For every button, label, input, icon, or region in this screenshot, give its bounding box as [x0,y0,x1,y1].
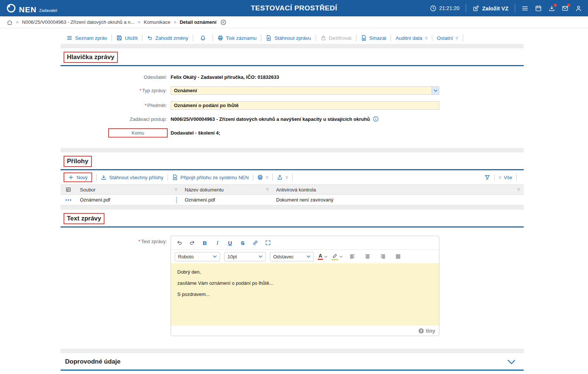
odesilatel-label: Odesílatel: [144,74,171,80]
stahnout-prilohy-button[interactable]: Stáhnout všechny přílohy [101,174,164,180]
fullscreen-button[interactable] [262,238,274,248]
highlighter-icon [332,253,338,260]
text-color-button[interactable]: A [318,253,327,260]
filter-chevron-icon[interactable]: ▽ [266,188,269,191]
table-header-row: Soubor▽ Název dokumentu▽ Antivirová kont… [61,185,524,195]
clock-icon [430,5,437,12]
chevron-down-icon: ▽ [456,36,458,40]
brand-subtitle: Zadavatel [39,8,57,13]
pripojit-prilohu-button[interactable]: Připojit přílohu ze systému NEN [172,174,249,180]
save-icon [116,35,122,41]
undo-button[interactable] [174,238,185,248]
section-doprovodne-udaje: Doprovodné údaje [61,353,524,371]
column-antivirova-kontrola[interactable]: Antivirová kontrola▽ [272,185,524,195]
typ-zpravy-select[interactable]: Oznámení [171,86,439,95]
komu-value: Dodavatel - školení 4; [171,130,524,136]
breadcrumb-separator: > [16,20,19,25]
toolbar-desifrovat-button: Dešifrovat [316,35,356,41]
filter-button[interactable] [484,174,490,180]
create-vz-button[interactable]: Založit VZ [472,5,508,12]
downloads-badge [554,4,557,7]
attachment-row[interactable]: Oznámení.pdf Oznámení.pdf Dokument není … [61,195,524,205]
underline-button[interactable]: U [224,238,236,248]
strikethrough-button[interactable]: S [237,238,248,248]
plus-icon [68,174,74,180]
komu-button[interactable]: Komu [108,128,168,138]
three-dots-icon [64,199,72,201]
toolbar-auditni-data-button[interactable]: Auditní data▽ [391,35,432,41]
print-attachments-button[interactable]: ▽ [257,174,268,180]
breadcrumb-item-vz[interactable]: N006/25/V00004963 - Zřízení datových okr… [22,19,135,25]
chevron-down-icon: ▽ [285,176,288,180]
close-circle-icon [220,19,226,25]
breadcrumb-item-komunikace[interactable]: Komunikace [144,19,171,25]
filter-chevron-icon[interactable]: ▽ [175,188,177,191]
editor-toolbar-row1: B I U S [171,236,439,250]
paragraph-select[interactable]: Odstavec [270,252,314,261]
align-right-button[interactable] [377,251,388,262]
toolbar-ulozit-button[interactable]: Uložit [112,35,142,41]
breadcrumb-separator: > [174,20,176,25]
font-family-select[interactable]: Roboto [175,252,220,261]
text-zpravy-label: *Text zprávy: [139,236,171,336]
align-center-button[interactable] [362,251,373,262]
message-line: Dobrý den, [177,269,433,275]
toolbar-stahnout-zpravu-button[interactable]: Stáhnout zprávu [261,35,315,41]
bold-button[interactable]: B [199,238,210,248]
downloads-button[interactable] [548,5,555,12]
drag-handle-icon[interactable] [176,197,177,203]
messages-button[interactable] [562,5,569,12]
vse-filter-button[interactable]: ▽Vše [499,175,512,180]
link-button[interactable] [250,238,261,248]
home-button[interactable] [7,19,13,25]
message-text-area[interactable]: Dobrý den, zasíláme Vám oznámení o podán… [171,263,439,326]
section-title-hlavicka: Hlavička zprávy [64,52,117,62]
column-settings-button[interactable] [61,185,76,195]
column-nazev-dokumentu[interactable]: Název dokumentu▽ [181,185,272,195]
profile-button[interactable] [575,5,582,12]
row-menu-button[interactable] [61,195,76,205]
zadavaci-postup-value: N006/25/V00004963 - Zřízení datových okr… [171,116,524,122]
align-justify-button[interactable] [392,251,404,262]
annotation-box-hlavicka: Hlavička zprávy [64,52,118,63]
predmet-input[interactable]: Oznámení o podání po lhůtě [171,101,439,110]
toolbar-zahodit-zmeny-button[interactable]: Zahodit změny [142,35,193,41]
action-buttons: Odeslat Podepsat a odeslat [61,371,524,374]
toolbar-notifications-button[interactable] [193,35,213,41]
toolbar-seznam-zprav-button[interactable]: Seznam zpráv [62,35,112,41]
section-title-text-zpravy: Text zprávy [64,214,104,223]
section-text-zpravy: Text zprávy *Text zprávy: B I U S Roboto [61,210,524,349]
padlock-icon [320,35,326,41]
required-mark: * [145,103,146,108]
italic-button[interactable]: I [212,238,223,248]
nen-logo-icon [6,3,16,13]
top-bar: NEN Zadavatel TESTOVACÍ PROSTŘEDÍ 21:21:… [0,0,588,16]
close-tab-button[interactable] [220,19,226,25]
toolbar-smazat-button[interactable]: Smazat [356,35,391,41]
editor-toolbar-row2: Roboto 10pt Odstavec A [171,250,439,263]
align-left-button[interactable] [347,251,358,262]
printer-icon [257,174,263,180]
select-chevron-icon[interactable] [432,87,439,94]
message-line: S pozdravem... [177,291,433,297]
document-attach-icon [172,174,178,180]
novy-button[interactable]: Nový [64,173,92,182]
tiny-logo-icon [418,328,424,334]
antivirus-status: Dokument není zavirovaný [272,195,524,205]
menu-button[interactable] [521,5,529,12]
list-icon [67,35,72,41]
column-soubor[interactable]: Soubor▽ [76,185,181,195]
export-attachments-button[interactable]: ▽ [277,174,288,180]
attachments-toolbar: Nový Stáhnout všechny přílohy Připojit p… [61,170,524,184]
redo-button[interactable] [187,238,198,248]
font-size-select[interactable]: 10pt [224,252,266,261]
info-icon[interactable] [373,116,379,122]
record-toolbar: Seznam zpráv Uložit Zahodit změny Tisk z… [61,32,524,44]
filter-chevron-icon[interactable]: ▽ [517,188,520,191]
expand-section-button[interactable] [507,360,516,364]
highlight-color-button[interactable] [332,253,343,260]
tiny-label: tiny [426,328,435,334]
toolbar-tisk-zaznamu-button[interactable]: Tisk záznamu [213,35,261,41]
toolbar-ostatni-button[interactable]: Ostatní▽ [432,35,462,41]
calendar-button[interactable] [535,5,542,12]
